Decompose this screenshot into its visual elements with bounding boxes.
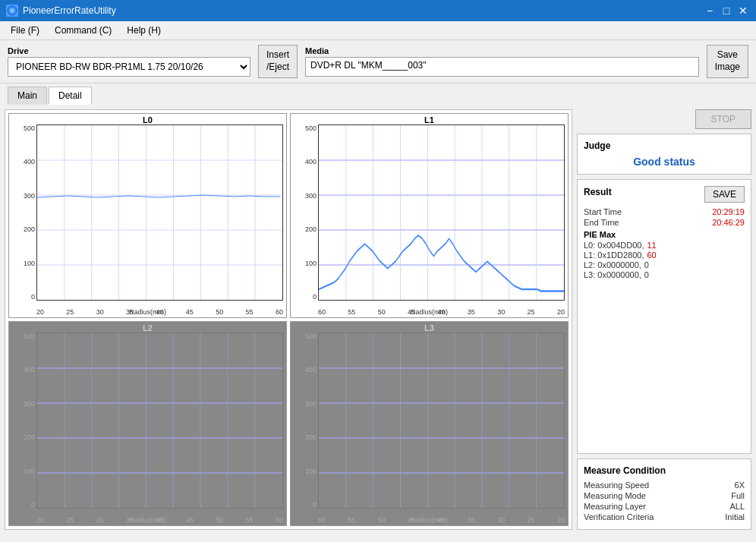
end-time-label: End Time: [584, 218, 619, 227]
chart-L3-title: L3: [291, 323, 568, 332]
pie-L2-row: L2: 0x0000000, 0: [584, 260, 745, 269]
minimize-button[interactable]: −: [703, 4, 717, 17]
insert-eject-button[interactable]: Insert/Eject: [258, 45, 298, 78]
app-title: PioneerErrorRateUtility: [23, 5, 116, 16]
pie-L0-val: 11: [647, 241, 657, 250]
chart-L0-y-axis: 500 400 300 200 100 0: [9, 124, 36, 301]
measuring-mode-value: Full: [731, 491, 745, 500]
result-box: Result SAVE Start Time 20:29:19 End Time…: [577, 179, 751, 454]
stop-button[interactable]: STOP: [695, 109, 751, 129]
chart-L1-inner: [318, 124, 565, 301]
window-controls: − □ ✕: [703, 4, 750, 17]
chart-L3-x-title: Radius(mm): [291, 516, 568, 524]
chart-L2-title: L2: [9, 323, 286, 332]
judge-title: Judge: [584, 140, 745, 151]
pie-L3-row: L3: 0x0000000, 0: [584, 270, 745, 279]
pie-L2-addr: L2: 0x0000000,: [584, 260, 641, 269]
maximize-button[interactable]: □: [720, 4, 733, 17]
measure-box: Measure Condition Measuring Speed 6X Mea…: [577, 458, 751, 530]
verification-criteria-row: Verification Criteria Initial: [584, 512, 745, 522]
chart-L2: L2 500 400 300 200 100 0: [8, 321, 287, 526]
drive-group: Drive PIONEER BD-RW BDR-PR1ML 1.75 20/10…: [8, 46, 250, 77]
close-button[interactable]: ✕: [736, 4, 750, 17]
title-bar: PioneerErrorRateUtility − □ ✕: [0, 0, 756, 21]
svg-point-1: [10, 8, 14, 13]
end-time-value: 20:46:29: [712, 218, 745, 227]
chart-L0-title: L0: [9, 115, 286, 124]
chart-L1-title: L1: [291, 115, 568, 124]
main-content: L0 500 400 300 200 100 0: [0, 105, 756, 534]
drive-select[interactable]: PIONEER BD-RW BDR-PR1ML 1.75 20/10/26: [8, 57, 250, 77]
chart-L0-inner: [36, 124, 283, 301]
file-menu[interactable]: File (F): [5, 23, 46, 38]
measuring-layer-label: Measuring Layer: [584, 502, 646, 511]
measuring-speed-value: 6X: [735, 481, 745, 490]
chart-L1-x-title: Radius(mm): [291, 308, 568, 316]
chart-L3-y-axis: 500 400 300 200 100 0: [291, 332, 318, 509]
verification-criteria-value: Initial: [725, 512, 745, 522]
pie-L1-addr: L1: 0x1DD2800,: [584, 251, 644, 260]
measuring-speed-label: Measuring Speed: [584, 481, 649, 490]
start-time-label: Start Time: [584, 207, 622, 216]
save-image-button[interactable]: SaveImage: [707, 45, 748, 78]
menu-bar: File (F) Command (C) Help (H): [0, 21, 756, 40]
help-menu[interactable]: Help (H): [121, 23, 167, 38]
pie-L1-row: L1: 0x1DD2800, 60: [584, 251, 745, 260]
chart-L1-y-axis: 500 400 300 200 100 0: [291, 124, 318, 301]
charts-area: L0 500 400 300 200 100 0: [5, 109, 572, 530]
title-bar-left: PioneerErrorRateUtility: [6, 5, 116, 17]
media-group: Media DVD+R DL "MKM_____003": [305, 46, 699, 77]
chart-L2-y-axis: 500 400 300 200 100 0: [9, 332, 36, 509]
pie-L0-addr: L0: 0x004DD00,: [584, 241, 644, 250]
result-title: Result: [584, 187, 612, 197]
tab-detail[interactable]: Detail: [49, 87, 92, 105]
start-time-value: 20:29:19: [712, 207, 745, 216]
pie-L3-val: 0: [644, 270, 649, 279]
save-button[interactable]: SAVE: [704, 186, 745, 203]
chart-L0-x-title: Radius(mm): [9, 308, 286, 316]
measuring-layer-row: Measuring Layer ALL: [584, 502, 745, 511]
tab-bar: Main Detail: [0, 84, 756, 105]
verification-criteria-label: Verification Criteria: [584, 512, 654, 522]
tab-main[interactable]: Main: [8, 87, 47, 105]
side-panel: STOP Judge Good status Result SAVE Start…: [577, 109, 751, 530]
measure-title: Measure Condition: [584, 465, 745, 476]
chart-L1: L1 500 400 300 200 100 0: [290, 113, 569, 318]
drive-label: Drive: [8, 46, 250, 55]
chart-L3: L3 500 400 300 200 100 0: [290, 321, 569, 526]
media-label: Media: [305, 46, 699, 55]
start-time-row: Start Time 20:29:19: [584, 207, 745, 216]
measuring-layer-value: ALL: [729, 502, 745, 511]
measuring-mode-label: Measuring Mode: [584, 491, 646, 500]
pie-L0-row: L0: 0x004DD00, 11: [584, 241, 745, 250]
toolbar: Drive PIONEER BD-RW BDR-PR1ML 1.75 20/10…: [0, 40, 756, 84]
judge-status: Good status: [584, 156, 745, 168]
measuring-speed-row: Measuring Speed 6X: [584, 481, 745, 490]
app-icon: [6, 5, 18, 17]
end-time-row: End Time 20:46:29: [584, 218, 745, 227]
pie-L1-val: 60: [647, 251, 657, 260]
measuring-mode-row: Measuring Mode Full: [584, 491, 745, 500]
chart-L2-inner: [36, 332, 283, 509]
media-value: DVD+R DL "MKM_____003": [305, 57, 699, 77]
judge-box: Judge Good status: [577, 134, 751, 175]
chart-L3-inner: [318, 332, 565, 509]
command-menu[interactable]: Command (C): [49, 23, 118, 38]
chart-L2-x-title: Radius(mm): [9, 516, 286, 524]
chart-L0: L0 500 400 300 200 100 0: [8, 113, 287, 318]
pie-max-section: PIE Max L0: 0x004DD00, 11 L1: 0x1DD2800,…: [584, 230, 745, 279]
pie-L3-addr: L3: 0x0000000,: [584, 270, 641, 279]
pie-max-title: PIE Max: [584, 230, 745, 239]
pie-L2-val: 0: [644, 260, 649, 269]
